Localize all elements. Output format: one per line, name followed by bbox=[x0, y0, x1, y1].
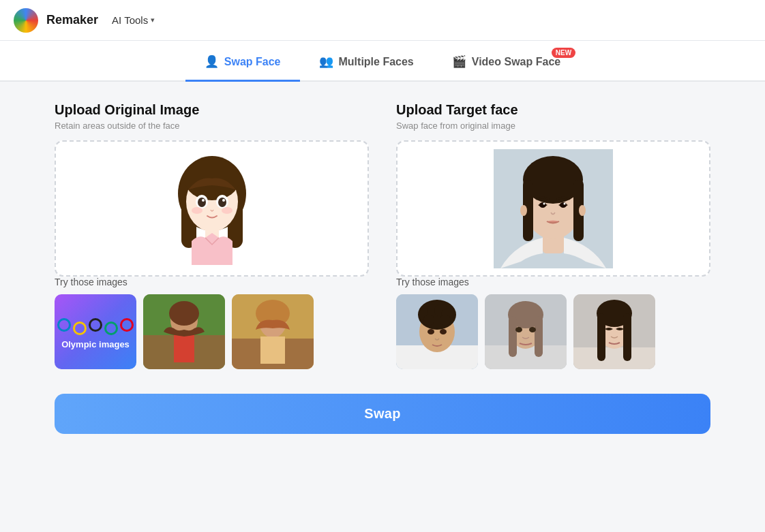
left-thumb-person1[interactable] bbox=[143, 294, 225, 369]
svg-rect-23 bbox=[260, 337, 285, 364]
svg-point-34 bbox=[520, 205, 527, 216]
svg-point-35 bbox=[579, 205, 586, 216]
chevron-down-icon: ▾ bbox=[151, 16, 155, 25]
tab-swap-face-label: Swap Face bbox=[224, 56, 281, 68]
man1-image bbox=[396, 294, 478, 369]
left-try-label: Try those images bbox=[55, 277, 369, 287]
tab-video-swap-face[interactable]: 🎬 Video Swap Face NEW bbox=[433, 42, 580, 82]
right-try-images bbox=[396, 294, 710, 369]
ring-blue bbox=[57, 318, 71, 332]
svg-rect-18 bbox=[174, 335, 194, 362]
svg-rect-57 bbox=[573, 347, 655, 369]
left-panel: Upload Original Image Retain areas outsi… bbox=[55, 102, 369, 369]
tabs-bar: 👤 Swap Face 👥 Multiple Faces 🎬 Video Swa… bbox=[0, 41, 765, 82]
svg-rect-53 bbox=[535, 316, 543, 357]
main-content: Upload Original Image Retain areas outsi… bbox=[0, 82, 765, 454]
svg-point-10 bbox=[202, 199, 205, 202]
brand-name: Remaker bbox=[46, 13, 98, 27]
olympic-rings bbox=[57, 315, 134, 335]
ai-tools-label: AI Tools bbox=[112, 14, 148, 26]
svg-point-47 bbox=[440, 329, 447, 334]
svg-point-9 bbox=[218, 198, 226, 207]
svg-rect-60 bbox=[597, 313, 605, 361]
swap-button[interactable]: Swap bbox=[55, 394, 710, 434]
upload-section: Upload Original Image Retain areas outsi… bbox=[55, 102, 710, 369]
svg-point-44 bbox=[423, 315, 434, 326]
tab-swap-face[interactable]: 👤 Swap Face bbox=[185, 42, 300, 82]
left-panel-title: Upload Original Image bbox=[55, 102, 369, 118]
ring-yellow bbox=[73, 322, 87, 335]
left-panel-subtitle: Retain areas outside of the face bbox=[55, 121, 369, 131]
svg-point-17 bbox=[169, 301, 199, 326]
svg-point-46 bbox=[427, 329, 434, 334]
ring-black bbox=[89, 318, 102, 332]
left-try-images: Olympic images bbox=[55, 294, 369, 369]
multiple-faces-icon: 👥 bbox=[319, 54, 333, 69]
tab-multiple-faces-label: Multiple Faces bbox=[339, 56, 414, 68]
svg-point-11 bbox=[222, 199, 225, 202]
right-thumb-woman2[interactable] bbox=[573, 294, 655, 369]
left-thumb-olympic[interactable]: Olympic images bbox=[55, 294, 136, 369]
woman1-image bbox=[485, 294, 567, 369]
swap-button-wrap: Swap bbox=[55, 394, 710, 434]
svg-point-54 bbox=[515, 327, 522, 332]
video-swap-icon: 🎬 bbox=[452, 54, 466, 69]
woman2-image bbox=[573, 294, 655, 369]
right-try-label: Try those images bbox=[396, 277, 710, 287]
svg-rect-61 bbox=[623, 313, 631, 361]
svg-point-55 bbox=[529, 327, 536, 332]
right-panel-title: Upload Target face bbox=[396, 102, 710, 118]
new-badge: NEW bbox=[552, 48, 575, 58]
tab-video-swap-label: Video Swap Face bbox=[472, 56, 560, 68]
svg-point-13 bbox=[222, 207, 232, 214]
anime-character-image bbox=[168, 153, 256, 265]
tab-multiple-faces[interactable]: 👥 Multiple Faces bbox=[300, 42, 433, 82]
left-thumb-person2[interactable] bbox=[232, 294, 314, 369]
person1-image bbox=[143, 294, 225, 369]
logo-icon bbox=[14, 8, 38, 33]
olympic-images-label: Olympic images bbox=[61, 339, 130, 349]
left-upload-box[interactable] bbox=[55, 140, 369, 277]
svg-point-12 bbox=[192, 207, 202, 214]
right-panel-subtitle: Swap face from original image bbox=[396, 121, 710, 131]
svg-point-30 bbox=[539, 202, 546, 208]
target-face-image bbox=[494, 149, 613, 268]
ring-red bbox=[120, 318, 134, 332]
svg-point-33 bbox=[564, 202, 566, 204]
right-upload-box[interactable] bbox=[396, 140, 710, 277]
ring-green bbox=[104, 322, 118, 335]
svg-rect-49 bbox=[485, 345, 567, 369]
ai-tools-menu[interactable]: AI Tools ▾ bbox=[106, 12, 160, 29]
right-thumb-man1[interactable] bbox=[396, 294, 478, 369]
right-thumb-woman1[interactable] bbox=[485, 294, 567, 369]
svg-point-32 bbox=[543, 202, 545, 204]
svg-point-8 bbox=[198, 198, 206, 207]
svg-point-31 bbox=[560, 202, 567, 208]
swap-face-icon: 👤 bbox=[205, 54, 219, 69]
person2-image bbox=[232, 294, 314, 369]
header: Remaker AI Tools ▾ bbox=[0, 0, 765, 41]
svg-rect-52 bbox=[509, 316, 517, 357]
svg-point-45 bbox=[440, 315, 451, 326]
right-panel: Upload Target face Swap face from origin… bbox=[396, 102, 710, 369]
